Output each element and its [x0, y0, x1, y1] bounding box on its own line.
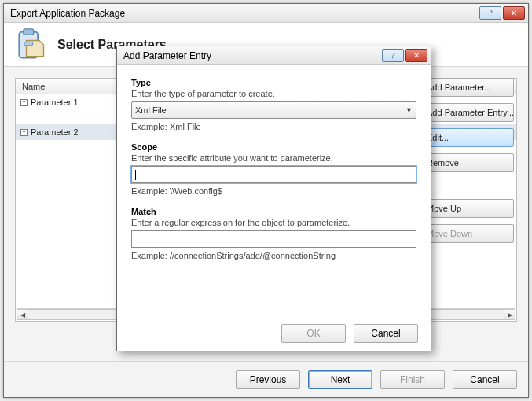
- package-icon: [13, 28, 48, 62]
- dialog-title: Add Parameter Entry: [123, 50, 382, 61]
- wizard-footer: Previous Next Finish Cancel: [4, 361, 528, 397]
- add-parameter-button[interactable]: Add Parameter...: [420, 78, 514, 97]
- type-combobox[interactable]: Xml File ▼: [131, 101, 416, 119]
- text-caret: [135, 170, 136, 180]
- scope-description: Enter the specific attribute you want to…: [131, 153, 416, 163]
- row-label: Parameter 2: [31, 127, 79, 137]
- add-parameter-entry-button[interactable]: Add Parameter Entry...: [420, 103, 514, 122]
- edit-button[interactable]: Edit...: [420, 128, 514, 147]
- help-button[interactable]: ?: [479, 6, 501, 20]
- dialog-titlebar[interactable]: Add Parameter Entry ? ✕: [117, 46, 431, 65]
- type-example: Example: Xml File: [131, 122, 416, 131]
- chevron-down-icon: ▼: [405, 106, 413, 114]
- scroll-right-icon[interactable]: ▶: [504, 309, 515, 320]
- match-label: Match: [131, 207, 416, 216]
- match-example: Example: //connectionStrings/add/@connec…: [131, 251, 416, 260]
- svg-rect-1: [24, 28, 34, 34]
- remove-button[interactable]: Remove: [420, 153, 514, 172]
- add-parameter-entry-dialog: Add Parameter Entry ? ✕ Type Enter the t…: [116, 46, 431, 351]
- dialog-close-button[interactable]: ✕: [405, 49, 427, 62]
- type-description: Enter the type of parameter to create.: [131, 89, 416, 98]
- match-input[interactable]: [131, 230, 416, 248]
- move-up-button[interactable]: Move Up: [420, 199, 514, 218]
- dialog-help-button[interactable]: ?: [382, 49, 404, 62]
- titlebar[interactable]: Export Application Package ? ✕: [4, 4, 528, 23]
- next-button[interactable]: Next: [308, 370, 372, 389]
- svg-rect-2: [24, 42, 33, 46]
- close-button[interactable]: ✕: [503, 6, 525, 20]
- type-value: Xml File: [135, 105, 167, 115]
- expand-toggle-icon[interactable]: −: [20, 129, 28, 136]
- type-label: Type: [131, 78, 416, 87]
- row-label: Parameter 1: [31, 97, 79, 107]
- match-description: Enter a regular expression for the objec…: [131, 218, 416, 227]
- expand-toggle-icon[interactable]: +: [20, 99, 28, 106]
- scope-label: Scope: [131, 142, 416, 152]
- cancel-button[interactable]: Cancel: [453, 370, 517, 389]
- scope-example: Example: \\Web.config$: [131, 186, 416, 196]
- scroll-left-icon[interactable]: ◀: [17, 309, 28, 320]
- dialog-cancel-button[interactable]: Cancel: [354, 324, 418, 343]
- scope-input[interactable]: [131, 166, 416, 183]
- window-title: Export Application Package: [10, 8, 479, 19]
- ok-button: OK: [281, 324, 346, 343]
- previous-button[interactable]: Previous: [236, 370, 300, 389]
- move-down-button: Move Down: [420, 224, 514, 243]
- finish-button: Finish: [380, 370, 445, 389]
